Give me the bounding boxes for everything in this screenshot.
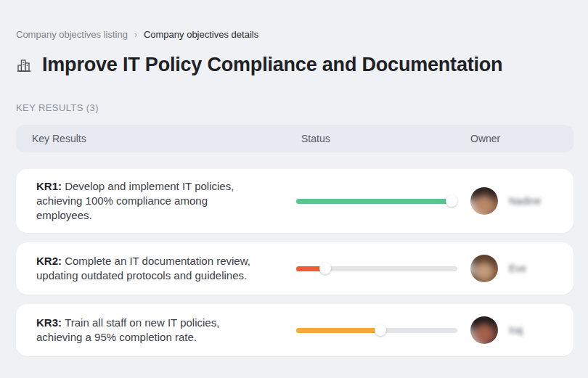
progress-slider[interactable] bbox=[296, 263, 458, 274]
progress-slider[interactable] bbox=[296, 324, 458, 336]
buildings-icon bbox=[16, 57, 33, 74]
kr-status-cell bbox=[296, 195, 470, 207]
progress-slider[interactable] bbox=[296, 195, 458, 207]
kr-description-text: Develop and implement IT policies, achie… bbox=[36, 180, 234, 221]
owner-name: Iraj bbox=[509, 324, 523, 336]
progress-thumb[interactable] bbox=[319, 263, 331, 274]
page-title: Improve IT Policy Compliance and Documen… bbox=[42, 54, 502, 76]
breadcrumb: Company objectives listing › Company obj… bbox=[16, 29, 573, 40]
key-results-list: KR1: Develop and implement IT policies, … bbox=[16, 169, 573, 356]
breadcrumb-item-details: Company objectives details bbox=[144, 29, 258, 40]
kr-owner-cell: Iraj bbox=[470, 316, 573, 344]
owner-name: Eve bbox=[509, 263, 526, 274]
key-result-row-kr3[interactable]: KR3: Train all staff on new IT policies,… bbox=[16, 304, 573, 356]
column-header-key-results: Key Results bbox=[16, 133, 296, 144]
kr-label: KR2: bbox=[36, 255, 65, 267]
kr-owner-cell: Eve bbox=[470, 255, 573, 282]
progress-fill bbox=[296, 199, 452, 204]
avatar bbox=[470, 187, 498, 215]
key-results-section-label: KEY RESULTS (3) bbox=[16, 102, 573, 113]
owner-name: Nadine bbox=[509, 195, 541, 207]
kr-description: KR2: Complete an IT documentation review… bbox=[16, 254, 296, 283]
progress-fill bbox=[296, 328, 380, 333]
key-result-row-kr1[interactable]: KR1: Develop and implement IT policies, … bbox=[16, 169, 573, 233]
title-row: Improve IT Policy Compliance and Documen… bbox=[16, 54, 573, 76]
column-header-status: Status bbox=[296, 133, 470, 144]
kr-label: KR1: bbox=[36, 180, 65, 192]
kr-status-cell bbox=[296, 263, 470, 274]
progress-thumb[interactable] bbox=[446, 195, 457, 207]
objective-details-page: Company objectives listing › Company obj… bbox=[0, 0, 588, 356]
avatar bbox=[470, 255, 498, 282]
breadcrumb-item-listing[interactable]: Company objectives listing bbox=[16, 29, 128, 40]
key-result-row-kr2[interactable]: KR2: Complete an IT documentation review… bbox=[16, 242, 573, 295]
table-header: Key Results Status Owner bbox=[16, 125, 573, 152]
kr-description: KR1: Develop and implement IT policies, … bbox=[16, 179, 296, 223]
avatar bbox=[470, 316, 498, 344]
kr-description: KR3: Train all staff on new IT policies,… bbox=[16, 316, 296, 345]
chevron-right-icon: › bbox=[134, 30, 137, 40]
kr-label: KR3: bbox=[36, 316, 65, 329]
kr-status-cell bbox=[296, 324, 470, 336]
kr-owner-cell: Nadine bbox=[470, 187, 573, 215]
progress-thumb[interactable] bbox=[375, 324, 386, 336]
column-header-owner: Owner bbox=[470, 133, 573, 144]
kr-description-text: Complete an IT documentation review, upd… bbox=[36, 255, 250, 282]
